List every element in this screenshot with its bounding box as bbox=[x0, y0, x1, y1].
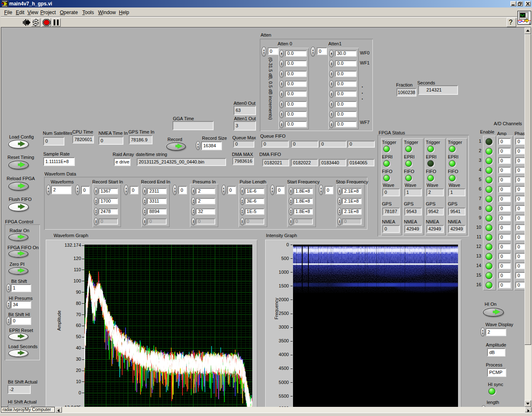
svg-text:1: 1 bbox=[529, 21, 531, 24]
